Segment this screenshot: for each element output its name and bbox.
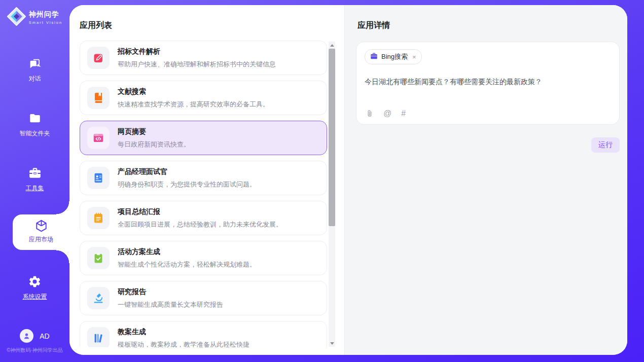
sidebar-item-label: 应用市场 [13, 235, 69, 244]
person-icon [23, 332, 30, 340]
notepad-icon [87, 207, 110, 229]
clipboard-icon [87, 247, 110, 269]
paperclip-icon[interactable] [366, 109, 374, 118]
hashtag-icon[interactable] [401, 109, 406, 118]
app-name: 教案生成 [118, 328, 249, 337]
run-button[interactable]: 运行 [591, 137, 620, 153]
gear-icon [0, 275, 69, 288]
app-name: 产品经理面试官 [118, 167, 256, 176]
app-list-panel: 应用列表 招标文件解析帮助用户快速、准确地理解和解析招标书中的关键信息文献搜索快… [69, 5, 345, 355]
app-list-title: 应用列表 [80, 20, 112, 31]
sidebar-item-label: 工具集 [0, 184, 69, 193]
diamond-logo-icon [7, 7, 26, 28]
briefcase-icon [370, 52, 378, 62]
resume-icon [87, 167, 110, 189]
sidebar-item-app-market[interactable]: 应用市场 [13, 214, 69, 250]
app-card[interactable]: 招标文件解析帮助用户快速、准确地理解和解析招标书中的关键信息 [80, 41, 327, 75]
copyright-footer: ©神州数码·神州问学出品 [0, 347, 69, 354]
app-card[interactable]: 文献搜索快速精准查找学术资源，提高研究效率的必备工具。 [80, 81, 327, 115]
app-card[interactable]: 研究报告一键智能生成高质量长文本研究报告 [80, 281, 327, 315]
toolbox-icon [0, 166, 69, 179]
edit-icon [87, 47, 110, 69]
app-name: 项目总结汇报 [118, 207, 282, 216]
tool-tag-label: Bing搜索 [381, 52, 408, 61]
brand-subtitle: Smart Vision [29, 20, 62, 25]
app-name: 文献搜索 [118, 87, 269, 96]
app-card[interactable]: 产品经理面试官明确身份和职责，为您提供专业性的面试问题。 [80, 161, 327, 195]
query-input-card[interactable]: Bing搜索 今日湖北有哪些新闻要点？有哪些需要关注的最新政策？ [356, 42, 620, 125]
sidebar-item-toolbox[interactable]: 工具集 [0, 166, 69, 193]
tool-tag-bing-search[interactable]: Bing搜索 [365, 49, 422, 64]
brand-logo: 神州问学 Smart Vision [0, 7, 69, 28]
browser-icon [87, 127, 110, 149]
app-name: 网页摘要 [118, 127, 190, 136]
app-description: 快速精准查找学术资源，提高研究效率的必备工具。 [118, 100, 269, 109]
scrollbar-track[interactable] [329, 42, 335, 347]
sidebar-item-gear[interactable]: 系统设置 [0, 275, 69, 301]
scrollbar-up-arrow-icon[interactable] [329, 42, 335, 49]
app-description: 一键智能生成高质量长文本研究报告 [118, 300, 223, 309]
sidebar-item-label: 系统设置 [0, 293, 69, 301]
sidebar-item-folder[interactable]: 智能文件夹 [0, 112, 69, 138]
app-description: 全面回顾项目进展，总结经验教训，助力未来优化发展。 [118, 220, 282, 229]
app-name: 研究报告 [118, 287, 223, 297]
microscope-icon [87, 287, 110, 309]
books-icon [87, 327, 110, 347]
book-icon [87, 87, 110, 109]
app-list: 招标文件解析帮助用户快速、准确地理解和解析招标书中的关键信息文献搜索快速精准查找… [80, 41, 329, 347]
bubble-curve-top [56, 201, 69, 214]
avatar [20, 329, 33, 343]
sidebar-item-label: 对话 [0, 75, 69, 83]
app-detail-panel: 应用详情 Bing搜索 今日湖北有哪些新闻要点？有哪些需要关注的最新政策？ [345, 5, 627, 355]
sidebar-item-chat[interactable]: 对话 [0, 57, 69, 83]
folder-icon [0, 112, 69, 125]
chat-icon [0, 57, 69, 70]
app-card[interactable]: 教案生成模板驱动，教案秒成，教学准备从此轻松快捷 [80, 321, 327, 347]
app-description: 明确身份和职责，为您提供专业性的面试问题。 [118, 180, 256, 189]
app-description: 每日政府新闻资讯快查。 [118, 140, 190, 149]
user-account[interactable]: AD [0, 329, 69, 343]
mention-icon[interactable] [383, 109, 391, 118]
brand-name: 神州问学 [29, 10, 62, 19]
sidebar: 神州问学 Smart Vision 对话智能文件夹工具集系统设置 应用市场 AD… [0, 0, 69, 362]
attachment-toolbar [366, 109, 406, 118]
scrollbar-thumb[interactable] [329, 49, 335, 226]
app-name: 活动方案生成 [118, 247, 256, 257]
app-card[interactable]: 项目总结汇报全面回顾项目进展，总结经验教训，助力未来优化发展。 [80, 201, 327, 235]
scrollbar-down-arrow-icon[interactable] [329, 340, 335, 347]
bubble-curve-bottom [56, 250, 69, 263]
app-description: 帮助用户快速、准确地理解和解析招标书中的关键信息 [118, 60, 276, 69]
app-card[interactable]: 活动方案生成智能生成个性化活动方案，轻松解决规划难题。 [80, 241, 327, 275]
cube-icon [13, 219, 69, 232]
close-icon[interactable] [412, 53, 416, 61]
app-name: 招标文件解析 [118, 47, 276, 56]
app-description: 智能生成个性化活动方案，轻松解决规划难题。 [118, 260, 256, 269]
app-detail-title: 应用详情 [357, 20, 390, 31]
app-card[interactable]: 网页摘要每日政府新闻资讯快查。 [80, 121, 327, 155]
sidebar-item-label: 智能文件夹 [0, 129, 69, 138]
app-description: 模板驱动，教案秒成，教学准备从此轻松快捷 [118, 340, 249, 348]
main-content: 应用列表 招标文件解析帮助用户快速、准确地理解和解析招标书中的关键信息文献搜索快… [69, 5, 627, 355]
query-text: 今日湖北有哪些新闻要点？有哪些需要关注的最新政策？ [365, 78, 611, 87]
user-name: AD [40, 332, 49, 340]
